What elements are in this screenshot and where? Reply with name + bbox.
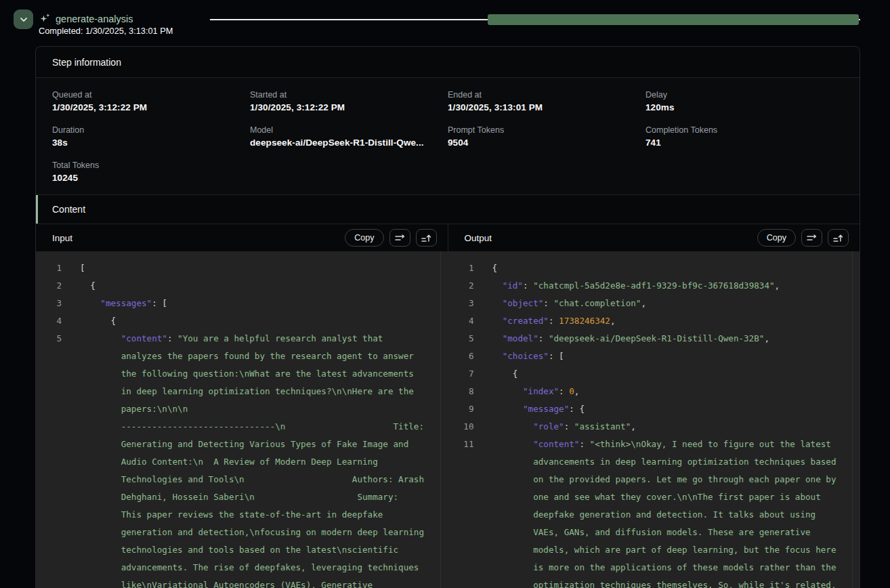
output-scrollbar[interactable]	[852, 251, 853, 588]
step-completed-timestamp: Completed: 1/30/2025, 3:13:01 PM	[39, 26, 173, 36]
code-line: advancements in deep learning optimizati…	[448, 453, 860, 471]
line-number	[45, 506, 62, 524]
stat-label: Duration	[52, 125, 250, 135]
stat-label: Queued at	[52, 90, 250, 100]
code-text: analyzes the papers found by the researc…	[62, 348, 414, 365]
line-number	[45, 488, 62, 506]
code-text: ------------------------------\n Title:	[62, 418, 424, 436]
code-text: deepfake generation and detection. It ta…	[474, 506, 816, 524]
stat-started-at: Started at1/30/2025, 3:12:22 PM	[250, 90, 448, 125]
output-copy-button[interactable]: Copy	[757, 229, 796, 247]
input-code-editor[interactable]: 1[2 {3 "messages": [4 {5 "content": "You…	[36, 251, 448, 588]
code-line: is more on the applications of these mod…	[448, 559, 860, 576]
code-line: deepfake generation and detection. It ta…	[448, 506, 860, 524]
code-line: 1[	[36, 259, 448, 277]
code-text: Dehghani, Hossein Saberi\n Summary:	[62, 488, 398, 506]
code-line: like\nVariational Autoencoders (VAEs), G…	[36, 576, 448, 588]
stat-value: deepseek-ai/DeepSeek-R1-Distill-Qwe...	[250, 138, 448, 148]
line-number: 2	[45, 277, 62, 295]
step-info-grid: Queued at1/30/2025, 3:12:22 PMStarted at…	[36, 78, 860, 194]
code-line: Technologies and Tools\n Authors: Arash	[36, 471, 448, 488]
code-line: 11 "content": "<think>\nOkay, I need to …	[448, 436, 860, 453]
stat-value: 38s	[52, 138, 250, 148]
code-text: "message": {	[474, 400, 585, 418]
code-text: "model": "deepseek-ai/DeepSeek-R1-Distil…	[474, 330, 769, 348]
stat-value: 1/30/2025, 3:12:22 PM	[52, 102, 250, 112]
collapse-step-button[interactable]	[14, 9, 33, 29]
content-title: Content	[52, 204, 85, 215]
input-scrollbar[interactable]	[440, 251, 441, 588]
code-text: like\nVariational Autoencoders (VAEs), G…	[62, 576, 373, 588]
output-code-editor[interactable]: 1{2 "id": "chatcmpl-5a5d2e8e-adf1-9329-b…	[448, 251, 860, 588]
code-text: on the provided papers. Let me go throug…	[474, 471, 836, 488]
step-information-header: Step information	[36, 47, 860, 78]
line-number	[45, 418, 62, 436]
stat-value: 10245	[52, 173, 250, 183]
code-text: "created": 1738246342,	[474, 312, 616, 330]
timeline-track	[210, 14, 860, 25]
line-number	[458, 559, 474, 576]
line-number: 1	[458, 259, 474, 277]
code-line: 7 {	[448, 365, 860, 383]
line-number	[458, 576, 474, 588]
stat-label: Delay	[645, 90, 843, 100]
sparkles-icon	[39, 13, 51, 24]
line-number: 8	[458, 383, 474, 400]
code-text: "object": "chat.completion",	[474, 295, 647, 312]
line-number	[45, 541, 62, 559]
output-panel-header: Output Copy	[448, 224, 860, 251]
stat-duration: Duration38s	[52, 125, 250, 161]
code-text: {	[62, 277, 96, 295]
line-number	[458, 506, 474, 524]
code-line: 9 "message": {	[448, 400, 860, 418]
line-number	[458, 541, 474, 559]
code-line: Audio Content:\n A Review of Modern Deep…	[36, 453, 448, 471]
line-number: 3	[458, 295, 474, 312]
chevron-down-icon	[20, 16, 28, 24]
code-text: Technologies and Tools\n Authors: Arash	[62, 471, 424, 488]
code-text: technologies and tools based on the late…	[62, 541, 398, 559]
line-number	[45, 365, 62, 383]
stat-queued-at: Queued at1/30/2025, 3:12:22 PM	[52, 90, 250, 125]
timeline-span-bar[interactable]	[488, 14, 859, 25]
line-number: 4	[45, 312, 62, 330]
line-number	[45, 436, 62, 453]
expand-up-icon	[421, 234, 431, 243]
code-text: This paper reviews the state-of-the-art …	[62, 506, 383, 524]
stat-delay: Delay120ms	[645, 90, 843, 125]
code-text: is more on the applications of these mod…	[474, 559, 836, 576]
input-wrap-lines-button[interactable]	[389, 229, 410, 247]
stat-ended-at: Ended at1/30/2025, 3:13:01 PM	[448, 90, 645, 125]
line-number	[458, 488, 474, 506]
code-text: advancements. The rise of deepfakes, lev…	[62, 559, 419, 576]
code-line: 4 {	[36, 312, 448, 330]
stat-value: 1/30/2025, 3:12:22 PM	[250, 102, 448, 112]
stat-value: 1/30/2025, 3:13:01 PM	[448, 102, 645, 112]
code-line: technologies and tools based on the late…	[36, 541, 448, 559]
stat-value: 120ms	[645, 102, 843, 112]
stat-value: 741	[645, 138, 843, 148]
code-line: 10 "role": "assistant",	[448, 418, 860, 436]
input-expand-button[interactable]	[416, 229, 437, 247]
line-number: 5	[45, 330, 62, 348]
line-number: 3	[45, 295, 62, 312]
code-line: in deep learning optimization techniques…	[36, 383, 448, 400]
code-line: 4 "created": 1738246342,	[448, 312, 860, 330]
line-number	[45, 400, 62, 418]
code-line: 3 "messages": [	[36, 295, 448, 312]
wrap-lines-icon	[807, 234, 817, 243]
line-number	[45, 383, 62, 400]
line-number	[45, 559, 62, 576]
content-section-header[interactable]: Content	[36, 194, 860, 224]
input-copy-button[interactable]: Copy	[345, 229, 383, 247]
code-text: Audio Content:\n A Review of Modern Deep…	[62, 453, 378, 471]
code-line: the following question:\nWhat are the la…	[36, 365, 448, 383]
output-wrap-lines-button[interactable]	[801, 229, 822, 247]
line-number	[45, 453, 62, 471]
line-number: 10	[458, 418, 474, 436]
code-text: generation and detection,\nfocusing on m…	[62, 524, 424, 541]
line-number	[458, 471, 474, 488]
code-text: the following question:\nWhat are the la…	[62, 365, 414, 383]
code-text: [	[62, 259, 85, 277]
output-expand-button[interactable]	[828, 229, 849, 247]
